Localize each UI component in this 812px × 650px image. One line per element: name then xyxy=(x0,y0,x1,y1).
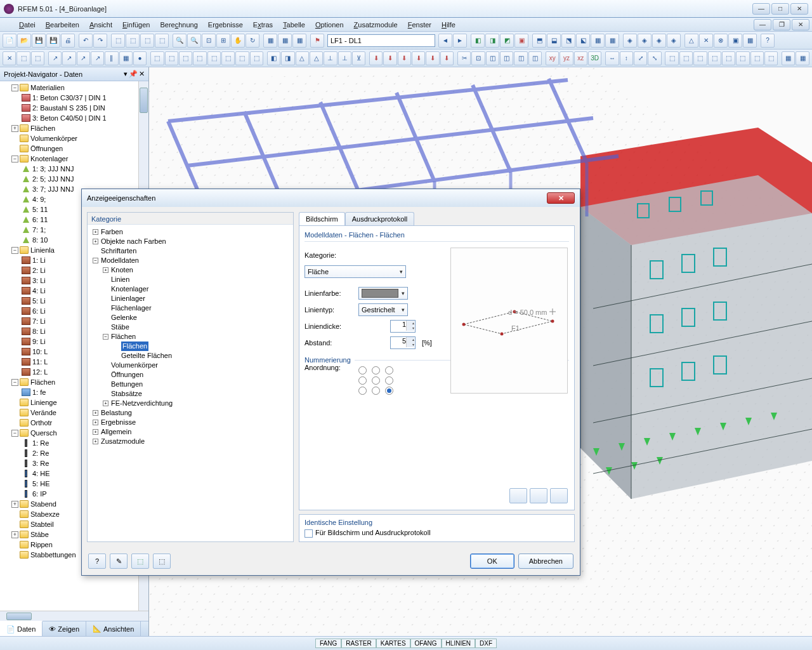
spin-abstand[interactable]: 5 xyxy=(390,336,416,349)
menu-berechnung[interactable]: Berechnung xyxy=(156,20,201,30)
t2-36[interactable]: ◫ xyxy=(514,51,527,65)
maximize-button[interactable]: □ xyxy=(771,3,789,15)
t2-14[interactable]: ⬚ xyxy=(193,51,206,65)
tb-v6[interactable]: ▦ xyxy=(605,34,619,48)
pos-tl[interactable] xyxy=(358,366,367,375)
nav-hscrollbar[interactable] xyxy=(0,611,148,621)
status-fang[interactable]: FANG xyxy=(315,639,341,648)
t2-21[interactable]: △ xyxy=(296,51,309,65)
tb-c4[interactable]: ▣ xyxy=(514,34,528,48)
tb-v1[interactable]: ⬒ xyxy=(532,34,546,48)
t2-38[interactable]: xy xyxy=(546,51,559,65)
ok-button[interactable]: OK xyxy=(470,554,514,569)
t2-9[interactable]: ▦ xyxy=(119,51,133,65)
t2-19[interactable]: ◧ xyxy=(267,51,280,65)
tb-m1[interactable]: △ xyxy=(684,34,698,48)
tab-ausdruck[interactable]: Ausdruckprotokoll xyxy=(345,212,414,225)
pin-icon[interactable]: ▾ xyxy=(124,70,128,78)
t2-43[interactable]: ↕ xyxy=(620,51,633,65)
category-tree[interactable]: +Farben +Objekte nach Farben Schriftarte… xyxy=(88,225,293,541)
tb-tb1[interactable]: ▦ xyxy=(263,34,277,48)
load-case-combo[interactable]: LF1 - DL1 xyxy=(327,34,435,47)
tb-t2[interactable]: ⬚ xyxy=(126,34,140,48)
tb-v3[interactable]: ⬔ xyxy=(561,34,575,48)
t2-10[interactable]: ● xyxy=(133,51,147,65)
t2-42[interactable]: ↔ xyxy=(605,51,619,65)
t2-5[interactable]: ↗ xyxy=(62,51,75,65)
tb-lc-prev[interactable]: ◄ xyxy=(438,34,452,48)
menu-zusatzmodule[interactable]: Zusatzmodule xyxy=(350,20,402,30)
combo-linienfarbe[interactable] xyxy=(358,287,408,300)
t2-40[interactable]: xz xyxy=(574,51,587,65)
tb-zoom5[interactable]: ✋ xyxy=(231,34,245,48)
pos-ml[interactable] xyxy=(358,376,367,385)
status-kartes[interactable]: KARTES xyxy=(376,639,410,648)
pos-br[interactable] xyxy=(385,387,393,395)
t2-45[interactable]: ⤡ xyxy=(648,51,661,65)
tool-axis-button[interactable] xyxy=(509,488,527,503)
t2-47[interactable]: ⬚ xyxy=(679,51,693,65)
t2-2[interactable]: ⬚ xyxy=(16,51,30,65)
t2-29[interactable]: ⬇ xyxy=(412,51,425,65)
tb-zoom4[interactable]: ⊞ xyxy=(216,34,230,48)
nav-tab-ansichten[interactable]: 📐Ansichten xyxy=(86,621,141,636)
menu-einfuegen[interactable]: Einfügen xyxy=(119,20,154,30)
t2-31[interactable]: ⬇ xyxy=(440,51,454,65)
close-window-button[interactable]: ✕ xyxy=(790,3,808,15)
t2-4[interactable]: ↗ xyxy=(48,51,62,65)
tb-zoom3[interactable]: ⊡ xyxy=(202,34,216,48)
menu-datei[interactable]: Datei xyxy=(15,20,39,30)
t2-26[interactable]: ⬇ xyxy=(369,51,383,65)
t2-32[interactable]: ✂ xyxy=(457,51,471,65)
t2-23[interactable]: ⊥ xyxy=(324,51,337,65)
tb-c3[interactable]: ◩ xyxy=(500,34,514,48)
dialog-title-bar[interactable]: Anzeigeeigenschaften ✕ xyxy=(82,189,580,207)
tb-e1[interactable]: ◈ xyxy=(623,34,637,48)
t2-55[interactable]: ▦ xyxy=(796,51,809,65)
tb-e2[interactable]: ◈ xyxy=(638,34,652,48)
t2-6[interactable]: ↗ xyxy=(77,51,90,65)
t2-15[interactable]: ⬚ xyxy=(207,51,221,65)
tb-m5[interactable]: ▦ xyxy=(743,34,757,48)
t2-17[interactable]: ⬚ xyxy=(235,51,249,65)
tb-e4[interactable]: ◈ xyxy=(667,34,681,48)
minimize-button[interactable]: — xyxy=(752,3,770,15)
t2-8[interactable]: ‖ xyxy=(105,51,118,65)
menu-optionen[interactable]: Optionen xyxy=(311,20,348,30)
t2-28[interactable]: ⬇ xyxy=(398,51,411,65)
t2-20[interactable]: ◨ xyxy=(281,51,294,65)
tb-redo[interactable]: ↷ xyxy=(93,34,107,48)
t2-7[interactable]: ↗ xyxy=(91,51,104,65)
edit-button[interactable]: ✎ xyxy=(110,554,128,569)
tb-m3[interactable]: ⊗ xyxy=(714,34,728,48)
tb-t3[interactable]: ⬚ xyxy=(140,34,154,48)
t2-24[interactable]: ⊥ xyxy=(338,51,351,65)
t2-51[interactable]: ⬚ xyxy=(736,51,749,65)
tb-save[interactable]: 💾 xyxy=(32,34,46,48)
tb-e3[interactable]: ◈ xyxy=(652,34,666,48)
combo-kategorie[interactable]: Fläche xyxy=(304,265,406,278)
t2-1[interactable]: ✕ xyxy=(3,51,16,65)
tb-v5[interactable]: ▦ xyxy=(591,34,605,48)
menu-hilfe[interactable]: Hilfe xyxy=(438,20,459,30)
pos-bl[interactable] xyxy=(358,387,367,395)
t2-44[interactable]: ⤢ xyxy=(634,51,647,65)
t2-35[interactable]: ◫ xyxy=(500,51,513,65)
tb-open[interactable]: 📂 xyxy=(17,34,31,48)
tool-settings-button[interactable] xyxy=(550,488,568,503)
menu-ansicht[interactable]: Ansicht xyxy=(86,20,116,30)
tb-print[interactable]: 🖨 xyxy=(61,34,75,48)
tab-bildschirm[interactable]: Bildschirm xyxy=(299,212,345,225)
t2-22[interactable]: △ xyxy=(310,51,323,65)
pos-tc[interactable] xyxy=(372,366,380,375)
mdi-minimize[interactable]: — xyxy=(754,19,771,30)
tb-zoom2[interactable]: 🔍 xyxy=(187,34,201,48)
mdi-close[interactable]: ✕ xyxy=(792,19,809,30)
tb-t1[interactable]: ⬚ xyxy=(111,34,125,48)
t2-3[interactable]: ⬚ xyxy=(31,51,44,65)
default-button[interactable]: ⬚ xyxy=(131,554,149,569)
pos-tr[interactable] xyxy=(385,366,393,375)
menu-extras[interactable]: Extras xyxy=(249,20,277,30)
spin-liniendicke[interactable]: 1 xyxy=(390,320,416,333)
status-hlinien[interactable]: HLINIEN xyxy=(442,639,475,648)
